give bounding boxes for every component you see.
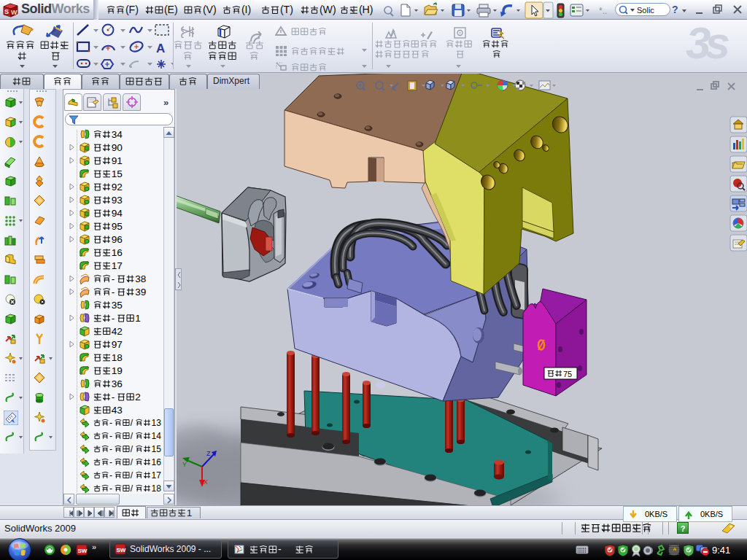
svg-text:-: - [109, 470, 112, 481]
svg-text:W: W [11, 9, 18, 16]
svg-text:43: 43 [112, 405, 123, 416]
svg-text:16: 16 [112, 247, 123, 258]
svg-text:-: - [109, 444, 112, 454]
svg-text:(T): (T) [280, 4, 293, 15]
svg-text:Z: Z [206, 450, 211, 457]
svg-text:18: 18 [152, 483, 162, 494]
svg-text:13: 13 [152, 418, 162, 428]
svg-text:39: 39 [135, 287, 146, 298]
svg-text:-: - [109, 457, 112, 467]
svg-text:*..: *.. [599, 6, 607, 16]
svg-text:16: 16 [152, 457, 162, 467]
svg-text:Solic: Solic [637, 6, 654, 15]
svg-text:34: 34 [112, 129, 123, 140]
svg-text:17: 17 [152, 470, 162, 481]
svg-text:-: - [112, 287, 115, 298]
svg-text:SW: SW [78, 548, 88, 554]
svg-text:(V): (V) [203, 4, 217, 15]
svg-text:14: 14 [152, 431, 162, 441]
svg-text:97: 97 [112, 339, 123, 350]
svg-text:1: 1 [135, 313, 141, 324]
svg-text:35: 35 [112, 300, 123, 311]
svg-text:18: 18 [112, 352, 123, 363]
svg-text:15: 15 [112, 168, 123, 179]
svg-text:2: 2 [135, 392, 141, 402]
svg-text:(W): (W) [320, 4, 336, 15]
svg-text:-: - [112, 392, 115, 402]
svg-text:96: 96 [112, 234, 123, 245]
svg-text:92: 92 [112, 182, 123, 192]
svg-text:-: - [109, 431, 112, 441]
svg-text:(F): (F) [125, 4, 139, 15]
svg-text:/: / [131, 470, 133, 481]
svg-text:Y: Y [182, 461, 187, 468]
svg-text:-: - [112, 273, 115, 284]
svg-text:42: 42 [112, 326, 123, 337]
svg-text:94: 94 [112, 208, 123, 219]
svg-text:/: / [131, 431, 133, 441]
svg-text:-: - [109, 483, 112, 494]
svg-text:90: 90 [112, 142, 123, 153]
svg-text:/: / [131, 444, 133, 454]
svg-text:A: A [156, 42, 165, 55]
svg-text:/: / [131, 418, 133, 428]
svg-text:93: 93 [112, 195, 123, 206]
svg-text:SW: SW [117, 547, 126, 553]
svg-text:S: S [4, 8, 9, 15]
svg-text:X: X [204, 478, 208, 486]
svg-text:1: 1 [187, 508, 193, 518]
svg-text:17: 17 [112, 260, 123, 271]
svg-text:38: 38 [135, 273, 146, 284]
svg-text:!: ! [674, 548, 675, 552]
svg-text:-: - [112, 313, 115, 324]
svg-text:75: 75 [563, 370, 572, 378]
svg-text:/: / [131, 457, 133, 467]
svg-text:95: 95 [112, 221, 123, 232]
svg-text:(E): (E) [164, 4, 178, 15]
svg-text:(H): (H) [359, 4, 374, 15]
svg-text:(I): (I) [241, 4, 251, 15]
svg-text:-: - [278, 543, 282, 555]
svg-text:-: - [109, 418, 112, 428]
svg-text:/: / [131, 483, 133, 494]
svg-text:15: 15 [152, 444, 162, 454]
svg-text:91: 91 [112, 155, 123, 166]
svg-text:19: 19 [112, 365, 123, 376]
svg-text:36: 36 [112, 378, 123, 389]
